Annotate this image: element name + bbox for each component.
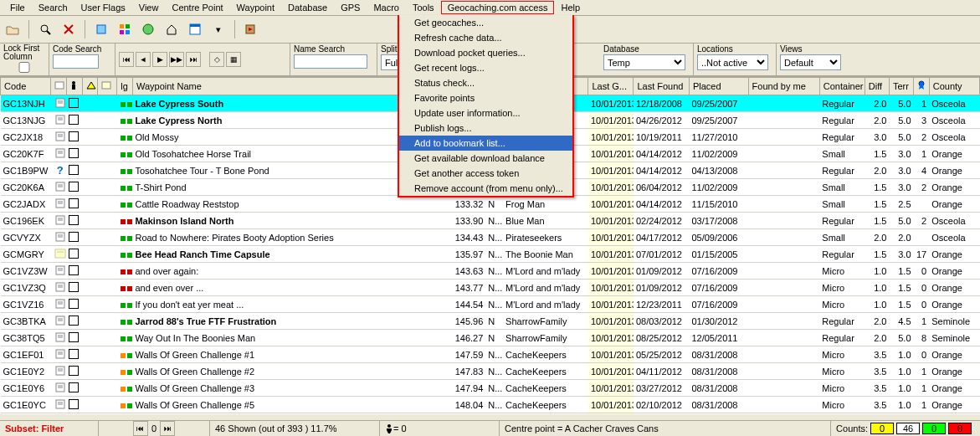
sb-last-icon[interactable]: ⏭ <box>160 421 175 436</box>
menu-file[interactable]: File <box>3 1 32 14</box>
menu-search[interactable]: Search <box>32 1 74 14</box>
table-row[interactable]: GC1VZ3Wand over again:143.63N...M'Lord a… <box>1 263 980 280</box>
table-row[interactable]: GC1E0Y2Walls Of Green Challenge #2147.83… <box>1 363 980 380</box>
dm-remove-account-from-menu-only[interactable]: Remove account (from menu only)... <box>399 181 572 196</box>
database-select[interactable]: Temp <box>603 54 685 70</box>
name-search-input[interactable] <box>294 54 367 69</box>
name-search-label: Name Search <box>294 44 373 54</box>
table-row[interactable]: GCVYZXRoad to Nowhere: Pirates Booty Ado… <box>1 229 980 246</box>
counts-label: Counts: <box>836 423 868 433</box>
code-search-label: Code Search <box>53 44 111 54</box>
window-icon[interactable] <box>186 20 204 38</box>
dm-status-check[interactable]: Status check... <box>399 75 572 90</box>
dm-add-to-bookmark-list[interactable]: Add to bookmark list... <box>399 136 572 151</box>
menu-user-flags[interactable]: User Flags <box>74 1 132 14</box>
home-icon[interactable] <box>162 20 181 38</box>
table-row[interactable]: GC2JADXCattle Roadway Reststop133.32NFro… <box>1 196 980 213</box>
svg-rect-7 <box>120 30 124 34</box>
pager-first-icon[interactable]: ⏮ <box>119 52 134 67</box>
macro-run-icon[interactable] <box>242 20 260 38</box>
table-row[interactable]: GC3BTKAJarrod 88's True FTF Frustration1… <box>1 313 980 330</box>
menu-macro[interactable]: Macro <box>367 1 406 14</box>
dm-favorite-points[interactable]: Favorite points <box>399 90 572 105</box>
col-placed[interactable]: Placed <box>689 78 748 95</box>
col-lg[interactable]: lg <box>117 78 133 95</box>
menu-gps[interactable]: GPS <box>334 1 367 14</box>
dropdown-arrow-icon[interactable]: ▾ <box>209 20 228 38</box>
views-select[interactable]: Default <box>780 54 841 70</box>
pager-prev-icon[interactable]: ◄ <box>136 52 151 67</box>
count-green: 0 <box>922 423 946 434</box>
svg-rect-11 <box>190 24 200 27</box>
dm-get-geocaches[interactable]: Get geocaches... <box>399 15 572 30</box>
svg-rect-16 <box>102 82 110 89</box>
lock-first-col-checkbox[interactable] <box>3 62 45 73</box>
table-row[interactable]: GC1E0Y6Walls Of Green Challenge #3147.94… <box>1 380 980 397</box>
locations-select[interactable]: ..Not active <box>697 54 768 70</box>
dm-update-user-information[interactable]: Update user information... <box>399 105 572 121</box>
table-icon[interactable]: ▦ <box>226 52 241 67</box>
menu-geocaching-com-access[interactable]: Geocaching.com access <box>441 1 555 14</box>
database-label: Database <box>603 44 690 54</box>
col-last-g-[interactable]: Last G... <box>588 78 634 95</box>
svg-point-14 <box>72 81 75 85</box>
code-search-input[interactable] <box>53 54 99 69</box>
table-row[interactable]: GC1VZ16If you don't eat yer meat ...144.… <box>1 296 980 313</box>
status-filter: Subset: Filter <box>0 421 99 436</box>
menu-tools[interactable]: Tools <box>406 1 441 14</box>
count-red: 0 <box>948 423 972 434</box>
menu-waypoint[interactable]: Waypoint <box>230 1 281 14</box>
col-waypoint-name[interactable]: Waypoint Name <box>132 78 440 95</box>
search-icon[interactable] <box>36 20 54 38</box>
pager-last-icon[interactable]: ⏭ <box>186 52 201 67</box>
svg-point-0 <box>41 25 48 32</box>
status-page: 0 <box>151 423 156 433</box>
col-found-by-me[interactable]: Found by me <box>748 78 819 95</box>
dm-publish-logs[interactable]: Publish logs... <box>399 121 572 136</box>
col-i-[interactable] <box>66 78 82 95</box>
col-i-[interactable] <box>98 78 117 95</box>
eraser-icon[interactable]: ◇ <box>209 52 224 67</box>
table-row[interactable]: GC1VZ3Qand even over ...143.77N...M'Lord… <box>1 280 980 296</box>
col-i-[interactable] <box>914 78 930 95</box>
dm-get-available-download-balance[interactable]: Get available download balance <box>399 151 572 166</box>
open-folder-icon[interactable] <box>3 20 22 38</box>
svg-rect-6 <box>126 24 130 28</box>
table-row[interactable]: GC1E0Y8Walls Of Green Challenge #4148.15… <box>1 413 980 415</box>
col-terr[interactable]: Terr <box>889 78 913 95</box>
col-code[interactable]: Code <box>1 78 51 95</box>
dm-refresh-cache-data[interactable]: Refresh cache data... <box>399 30 572 45</box>
col-county[interactable]: County <box>929 78 979 95</box>
menu-view[interactable]: View <box>132 1 166 14</box>
menu-centre-point[interactable]: Centre Point <box>165 1 229 14</box>
pocket-icon[interactable] <box>92 20 110 38</box>
svg-rect-4 <box>97 25 105 33</box>
col-i-[interactable] <box>51 78 67 95</box>
pager-next-icon[interactable]: ▶▶ <box>169 52 184 67</box>
col-i-[interactable] <box>82 78 98 95</box>
svg-point-9 <box>143 24 153 34</box>
gc-access-dropdown: Get geocaches...Refresh cache data...Dow… <box>398 15 574 197</box>
menu-database[interactable]: Database <box>281 1 334 14</box>
count-white: 46 <box>896 423 920 434</box>
menu-help[interactable]: Help <box>554 1 587 14</box>
dm-download-pocket-queries[interactable]: Download pocket queries... <box>399 45 572 60</box>
table-row[interactable]: GC38TQ5Way Out In The Boonies Man146.27N… <box>1 330 980 346</box>
pager-play-icon[interactable]: ▶ <box>152 52 167 67</box>
sb-first-icon[interactable]: ⏮ <box>133 421 148 436</box>
table-row[interactable]: GCMGRYBee Head Ranch Time Capsule135.97N… <box>1 246 980 263</box>
dm-get-another-access-token[interactable]: Get another access token <box>399 166 572 181</box>
table-row[interactable]: GC196EKMakinson Island North133.90N...Bl… <box>1 213 980 229</box>
globe-icon[interactable] <box>139 20 157 38</box>
svg-rect-13 <box>55 82 64 89</box>
col-container[interactable]: Container <box>819 78 865 95</box>
col-diff[interactable]: Diff <box>865 78 889 95</box>
delete-icon[interactable] <box>59 20 78 38</box>
table-row[interactable]: GC1EF01Walls Of Green Challenge #1147.59… <box>1 346 980 363</box>
svg-rect-8 <box>126 30 130 34</box>
grid-color-icon[interactable] <box>115 20 134 38</box>
table-row[interactable]: GC1E0YCWalls Of Green Challenge #5148.04… <box>1 397 980 413</box>
svg-point-74 <box>387 424 391 428</box>
col-last-found[interactable]: Last Found <box>634 78 690 95</box>
dm-get-recent-logs[interactable]: Get recent logs... <box>399 60 572 75</box>
